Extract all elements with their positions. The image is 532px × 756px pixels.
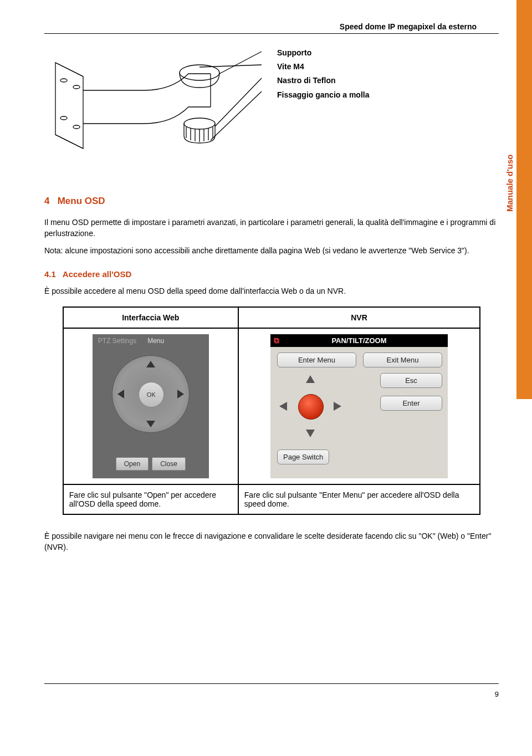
- ptz-dpad: OK: [112, 355, 190, 433]
- orange-sidebar: [516, 0, 532, 399]
- interfaces-table: Interfaccia Web NVR PTZ Settings Menu: [63, 307, 480, 515]
- arrow-up-icon[interactable]: [146, 361, 155, 367]
- section-4-heading: 4 Menu OSD: [44, 196, 499, 207]
- paragraph-intro: Il menu OSD permette di impostare i para…: [44, 217, 499, 239]
- ptz-icon: ⧉: [274, 336, 279, 345]
- footer-rule: [44, 683, 499, 684]
- arrow-up-icon[interactable]: [306, 375, 315, 383]
- ptz-web-panel: PTZ Settings Menu OK Open Close: [93, 334, 209, 478]
- svg-line-18: [211, 91, 262, 140]
- ok-button[interactable]: OK: [139, 382, 164, 407]
- exit-menu-button[interactable]: Exit Menu: [363, 353, 442, 367]
- mount-bracket-diagram: [44, 40, 266, 162]
- callout-supporto: Supporto: [277, 46, 369, 60]
- callout-vite-m4: Vite M4: [277, 60, 369, 74]
- header-rule: [44, 33, 499, 34]
- svg-point-2: [60, 79, 67, 82]
- nvr-center-button[interactable]: [298, 394, 324, 420]
- paragraph-note: Nota: alcune impostazioni sono accessibi…: [44, 245, 499, 256]
- svg-line-0: [55, 63, 83, 76]
- nvr-title: PAN/TILT/ZOOM: [331, 336, 386, 345]
- callout-fissaggio-gancio: Fissaggio gancio a molla: [277, 88, 369, 102]
- callout-nastro-teflon: Nastro di Teflon: [277, 74, 369, 88]
- table-header-web: Interfaccia Web: [63, 307, 238, 328]
- svg-point-4: [73, 85, 80, 89]
- page-title: Speed dome IP megapixel da esterno: [44, 22, 499, 31]
- page-switch-button[interactable]: Page Switch: [277, 449, 329, 464]
- nvr-panel: ⧉ PAN/TILT/ZOOM Enter Menu Exit Menu: [270, 334, 448, 478]
- arrow-left-icon[interactable]: [117, 390, 124, 399]
- arrow-down-icon[interactable]: [146, 421, 155, 427]
- enter-button[interactable]: Enter: [380, 396, 442, 411]
- svg-point-3: [60, 116, 67, 120]
- tab-menu[interactable]: Menu: [142, 334, 170, 348]
- side-label: Manuale d'uso: [505, 155, 515, 212]
- close-button[interactable]: Close: [152, 457, 186, 471]
- svg-line-15: [219, 52, 262, 74]
- page-number: 9: [495, 690, 499, 698]
- table-caption-nvr: Fare clic sul pulsante "Enter Menu" per …: [238, 484, 480, 514]
- arrow-right-icon[interactable]: [177, 390, 184, 399]
- paragraph-access: È possibile accedere al menu OSD della s…: [44, 285, 499, 297]
- svg-point-5: [73, 125, 80, 129]
- table-caption-web: Fare clic sul pulsante "Open" per accede…: [63, 484, 238, 514]
- open-button[interactable]: Open: [116, 457, 149, 471]
- svg-line-1: [55, 135, 83, 149]
- section-4-1-heading: 4.1 Accedere all'OSD: [44, 269, 499, 279]
- arrow-left-icon[interactable]: [279, 402, 287, 411]
- tab-ptz-settings[interactable]: PTZ Settings: [93, 334, 142, 348]
- enter-menu-button[interactable]: Enter Menu: [277, 353, 356, 367]
- nvr-dpad: [277, 373, 344, 440]
- svg-point-7: [184, 118, 215, 129]
- esc-button[interactable]: Esc: [380, 373, 442, 388]
- arrow-right-icon[interactable]: [334, 402, 341, 411]
- svg-point-6: [180, 65, 219, 80]
- arrow-down-icon[interactable]: [306, 430, 315, 437]
- svg-line-17: [215, 78, 262, 126]
- paragraph-navigation: È possibile navigare nei menu con le fre…: [44, 530, 499, 553]
- table-header-nvr: NVR: [238, 307, 480, 328]
